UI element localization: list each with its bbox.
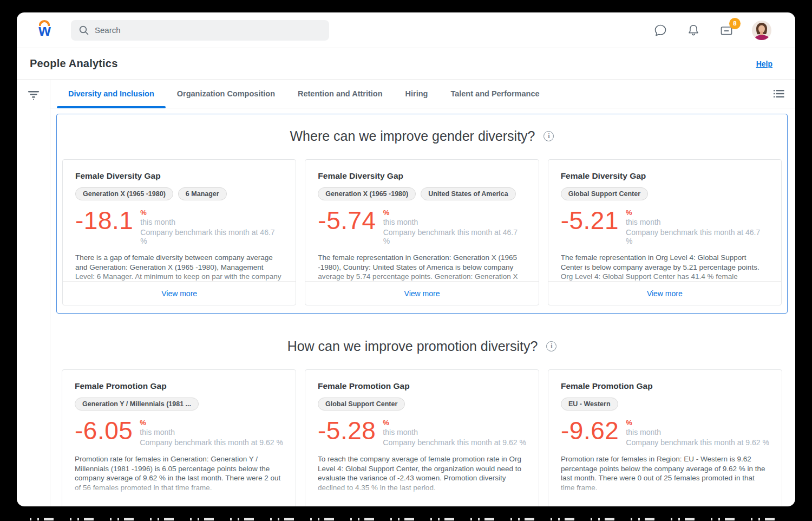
card-female-diversity-gap-3: Female Diversity Gap Global Support Cent… (548, 159, 782, 305)
gap-value: -5.74 (318, 207, 376, 245)
tab-spacer (551, 80, 774, 108)
tab-talent-and-performance[interactable]: Talent and Performance (439, 80, 551, 108)
tag-pill: 6 Manager (178, 187, 227, 200)
page-title: People Analytics (30, 57, 118, 70)
gap-unit: % (626, 419, 769, 427)
notifications-button[interactable] (686, 23, 701, 38)
gap-value: -5.28 (318, 418, 376, 447)
top-bar: w (17, 12, 795, 48)
content: Where can we improve gender diversity? i… (50, 108, 795, 506)
card-description: The female representation in Org Level 4… (561, 253, 769, 281)
card-title: Female Diversity Gap (318, 171, 526, 181)
tab-organization-composition[interactable]: Organization Composition (166, 80, 286, 108)
avatar-image (752, 21, 771, 40)
card-female-promotion-gap-1: Female Promotion Gap Generation Y / Mill… (62, 369, 296, 506)
card-title: Female Promotion Gap (561, 381, 769, 391)
view-more-link[interactable]: View more (161, 289, 197, 298)
tag-pill: United States of America (421, 187, 516, 200)
search-input[interactable] (95, 25, 322, 35)
gap-unit: % (383, 209, 526, 217)
search-icon (78, 25, 89, 36)
gap-period: this month (140, 218, 283, 226)
tag-pill: EU - Western (561, 398, 618, 411)
device-frame: w (0, 0, 812, 521)
card-title: Female Diversity Gap (561, 171, 769, 181)
section-title: How can we improve promotion diversity? (287, 338, 538, 354)
gap-value: -5.21 (561, 207, 619, 245)
bell-icon (686, 23, 700, 37)
tag-pill: Generation X (1965 -1980) (318, 187, 416, 200)
tab-diversity-and-inclusion[interactable]: Diversity and Inclusion (57, 80, 166, 108)
logo-letter: w (33, 22, 56, 40)
card-female-diversity-gap-2: Female Diversity Gap Generation X (1965 … (305, 159, 539, 305)
benchmark-text: Company benchmark this month at 9.62 % (626, 438, 769, 447)
view-more-link[interactable]: View more (647, 289, 683, 298)
main-area: Diversity and Inclusion Organization Com… (50, 80, 795, 506)
filter-funnel-icon[interactable] (28, 90, 40, 100)
benchmark-text: Company benchmark this month at 46.7 % (626, 228, 769, 245)
tag-pill: Global Support Center (318, 398, 405, 411)
tag-pill: Generation Y / Millennials (1981 ... (75, 398, 199, 411)
section-promotion-diversity: How can we improve promotion diversity? … (56, 338, 788, 506)
benchmark-text: Company benchmark this month at 46.7 % (383, 228, 526, 245)
info-icon[interactable]: i (543, 131, 554, 141)
tag-pill: Global Support Center (561, 187, 648, 200)
gap-value: -18.1 (75, 207, 133, 245)
section-gender-diversity: Where can we improve gender diversity? i… (56, 114, 788, 314)
app-window: w (17, 12, 795, 506)
tag-pill: Generation X (1965 -1980) (75, 187, 173, 200)
benchmark-text: Company benchmark this month at 46.7 % (140, 228, 283, 245)
card-description: There is a gap of female diversity betwe… (75, 253, 283, 281)
global-search-bar[interactable] (71, 20, 329, 41)
card-title: Female Promotion Gap (75, 381, 283, 391)
inbox-button[interactable]: 8 (719, 23, 734, 38)
gap-unit: % (140, 209, 283, 217)
avatar[interactable] (752, 21, 771, 40)
card-female-promotion-gap-2: Female Promotion Gap Global Support Cent… (305, 369, 539, 506)
gap-value: -6.05 (75, 418, 133, 447)
gap-period: this month (626, 428, 769, 437)
gap-unit: % (140, 419, 283, 427)
left-rail (17, 80, 50, 506)
chat-bubble-icon (653, 23, 667, 37)
clipped-text-artifacts (30, 518, 782, 520)
inbox-badge: 8 (729, 18, 741, 29)
card-row: Female Promotion Gap Generation Y / Mill… (62, 369, 782, 506)
gap-value: -9.62 (561, 418, 619, 447)
card-title: Female Promotion Gap (318, 381, 526, 391)
list-view-button[interactable] (774, 80, 784, 108)
gap-period: this month (383, 428, 526, 437)
card-female-promotion-gap-3: Female Promotion Gap EU - Western -9.62 (548, 369, 782, 506)
gap-period: this month (140, 428, 283, 437)
tab-retention-and-attrition[interactable]: Retention and Attrition (286, 80, 394, 108)
card-description: Promotion rate for females in Region: EU… (561, 454, 769, 494)
card-description: The female representation in Generation:… (318, 253, 526, 281)
view-more-link[interactable]: View more (404, 289, 440, 298)
benchmark-text: Company benchmark this month at 9.62 % (383, 438, 526, 447)
gap-period: this month (383, 218, 526, 226)
top-bar-actions: 8 (653, 21, 771, 40)
card-female-diversity-gap-1: Female Diversity Gap Generation X (1965 … (62, 159, 296, 305)
section-title: Where can we improve gender diversity? (290, 128, 535, 144)
help-link[interactable]: Help (756, 60, 772, 68)
benchmark-text: Company benchmark this month at 9.62 % (140, 438, 283, 447)
card-description: Promotion rate for females in Generation… (75, 454, 283, 494)
gap-unit: % (626, 209, 769, 217)
gap-period: this month (626, 218, 769, 226)
page-header: People Analytics Help (17, 48, 795, 80)
card-title: Female Diversity Gap (75, 171, 283, 181)
tab-hiring[interactable]: Hiring (394, 80, 440, 108)
chat-button[interactable] (653, 23, 668, 38)
gap-unit: % (383, 419, 526, 427)
info-icon[interactable]: i (546, 341, 556, 351)
workday-logo[interactable]: w (33, 18, 56, 42)
card-description: To reach the company average of female p… (318, 454, 526, 494)
tab-bar: Diversity and Inclusion Organization Com… (50, 80, 795, 108)
body: Diversity and Inclusion Organization Com… (17, 80, 795, 506)
card-row: Female Diversity Gap Generation X (1965 … (62, 159, 782, 305)
list-view-icon (774, 89, 784, 98)
